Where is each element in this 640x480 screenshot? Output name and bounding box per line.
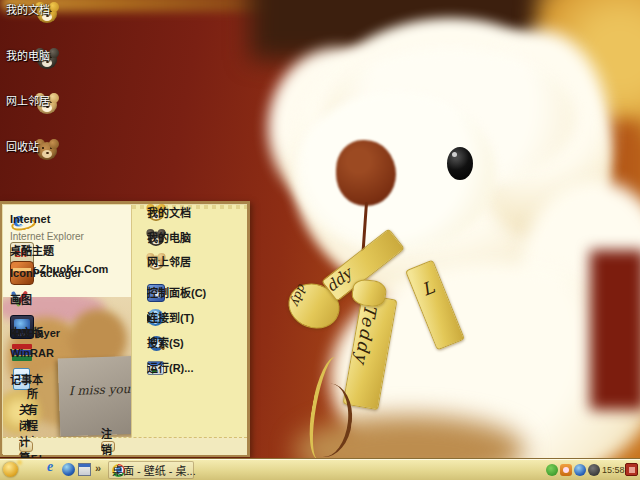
- submenu-arrow-icon: [147, 314, 152, 322]
- menu-item-label-suffix: 中文版: [10, 327, 43, 339]
- desktop-icon-label: 我的电脑: [6, 50, 50, 62]
- menu-item-iconpackager[interactable]: IconPackager: [3, 271, 131, 275]
- quicklaunch-internet-explorer-icon[interactable]: [46, 463, 59, 476]
- menu-item-run[interactable]: 运行(R)...: [140, 366, 246, 370]
- taskbar-clock: 15:58: [602, 465, 625, 475]
- start-menu-right-column: 我的文档 我的电脑 网上邻居 控制面板(C) 连接到(T): [131, 205, 247, 437]
- tray-messenger-icon[interactable]: [546, 464, 558, 476]
- start-button[interactable]: [3, 462, 18, 477]
- quicklaunch-media-player-icon[interactable]: [62, 463, 75, 476]
- ribbon-text-teddy: Teddy: [351, 303, 381, 367]
- menu-item-my-computer[interactable]: 我的电脑: [140, 236, 246, 240]
- menu-item-label: IconPackager: [10, 267, 82, 279]
- taskbar-task-button[interactable]: 桌面 - 壁纸 - 桌...: [108, 461, 194, 479]
- menu-item-search[interactable]: 搜索(S): [140, 341, 246, 345]
- tray-volume-icon[interactable]: [588, 464, 600, 476]
- menu-item-label: 连接到(T): [147, 312, 194, 324]
- quicklaunch-chevron[interactable]: »: [95, 462, 101, 474]
- desktop: ddy ddy L Teddy 我的文档 我的电脑 网上邻居 回收站: [0, 0, 640, 480]
- menu-item-kmplayer[interactable]: KMPlayer中文版: [3, 325, 131, 329]
- menu-item-sublabel: Internet Explorer: [10, 231, 84, 242]
- menu-item-label: 我的电脑: [147, 232, 191, 244]
- menu-item-notepad[interactable]: 记事本: [3, 378, 131, 382]
- desktop-icon-label: 我的文档: [6, 4, 50, 16]
- ribbon-text-fragment: ddy: [289, 281, 310, 307]
- background-maroon-right: [590, 250, 640, 410]
- menu-item-network-places[interactable]: 网上邻居: [140, 260, 246, 264]
- menu-item-winrar[interactable]: WinRAR: [3, 351, 131, 355]
- tray-network-icon[interactable]: [574, 464, 586, 476]
- quicklaunch-show-desktop-icon[interactable]: [78, 463, 91, 476]
- tray-qq-icon[interactable]: [560, 464, 572, 476]
- task-button-label: 桌面 - 壁纸 - 桌...: [112, 462, 196, 478]
- menu-item-control-panel[interactable]: 控制面板(C): [140, 291, 246, 295]
- photo-card: I miss you: [58, 356, 131, 437]
- menu-item-label: 我的文档: [147, 207, 191, 219]
- menu-item-label: WinRAR: [10, 347, 54, 359]
- photo-card-text: I miss you: [69, 382, 131, 398]
- menu-item-paint[interactable]: 画图: [3, 298, 131, 302]
- menu-item-label: 运行(R)...: [147, 362, 193, 374]
- bear-nose: [336, 140, 396, 206]
- menu-item-connect-to[interactable]: 连接到(T): [140, 316, 246, 320]
- start-menu-inner: I miss you Internet Internet Explorer 桌酷…: [2, 204, 247, 454]
- bear-eye: [447, 147, 473, 180]
- menu-item-label: 网上邻居: [147, 256, 191, 268]
- start-menu: I miss you Internet Internet Explorer 桌酷…: [0, 201, 250, 457]
- menu-item-internet[interactable]: Internet Internet Explorer: [3, 211, 131, 233]
- menu-item-label: 搜索(S): [147, 337, 184, 349]
- tray-language-icon[interactable]: [625, 463, 638, 476]
- menu-item-my-documents[interactable]: 我的文档: [140, 211, 246, 215]
- start-button-sparkle: [17, 460, 22, 465]
- menu-item-label: Internet: [10, 213, 50, 225]
- start-menu-bottom-bar: 注销(L) 关闭计算机(U): [3, 437, 247, 455]
- menu-item-label: 控制面板(C): [147, 287, 206, 299]
- desktop-icon-label: 回收站: [6, 141, 39, 153]
- menu-item-label: 画图: [10, 294, 32, 306]
- desktop-icon-label: 网上邻居: [6, 95, 50, 107]
- menu-item-label: 桌酷主题: [10, 245, 54, 257]
- ribbon-text-letter: L: [419, 277, 437, 300]
- taskbar: » 桌面 - 壁纸 - 桌... 15:58: [0, 458, 640, 480]
